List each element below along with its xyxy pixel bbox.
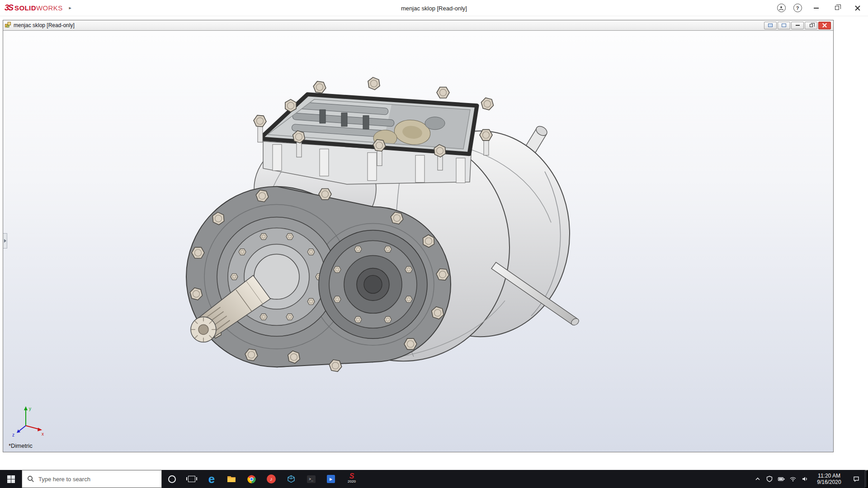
desktop: 3S SOLIDWORKS ▶ menjac sklop [Read-only]… bbox=[0, 0, 868, 488]
feature-panel-expand-handle[interactable] bbox=[3, 233, 7, 249]
brand-expand-icon[interactable]: ▶ bbox=[69, 6, 71, 10]
app-minimize-button[interactable] bbox=[806, 0, 826, 16]
3d-viewer-button[interactable] bbox=[281, 470, 301, 488]
battery-tray-button[interactable] bbox=[775, 470, 787, 488]
app-close-button[interactable] bbox=[847, 0, 868, 16]
doc-window-extra-button-2[interactable] bbox=[778, 22, 790, 29]
action-center-button[interactable] bbox=[848, 470, 865, 488]
document-titlebar: menjac sklop [Read-only] bbox=[3, 20, 833, 30]
gearbox-model bbox=[3, 31, 833, 452]
3d-viewport[interactable]: y x z *Dimetric bbox=[3, 30, 833, 452]
chrome-icon bbox=[247, 475, 256, 483]
triad-z-label: z bbox=[12, 432, 14, 437]
brand-works-text: WORKS bbox=[36, 4, 63, 12]
start-button[interactable] bbox=[0, 470, 22, 488]
windows-logo-icon bbox=[7, 475, 15, 483]
search-input[interactable] bbox=[38, 476, 156, 483]
show-desktop-button[interactable] bbox=[865, 470, 868, 488]
chevron-up-icon bbox=[754, 475, 761, 483]
doc-close-button[interactable] bbox=[818, 22, 831, 29]
volume-tray-button[interactable] bbox=[799, 470, 811, 488]
search-icon bbox=[27, 475, 34, 483]
notification-icon bbox=[853, 475, 860, 483]
solidworks-year-label: 2020 bbox=[348, 479, 356, 484]
app-window-controls: ? bbox=[773, 0, 868, 16]
terminal-icon: >_ bbox=[307, 475, 316, 483]
document-window: menjac sklop [Read-only] bbox=[3, 20, 834, 452]
play-icon: ▶ bbox=[327, 475, 335, 483]
close-icon bbox=[855, 5, 860, 11]
help-icon: ? bbox=[793, 4, 802, 12]
orientation-triad: y x z bbox=[10, 402, 47, 438]
chevron-right-icon bbox=[4, 239, 6, 243]
taskbar-clock[interactable]: 11:20 AM 9/16/2020 bbox=[811, 473, 848, 485]
hidden-icons-button[interactable] bbox=[752, 470, 764, 488]
shield-icon bbox=[766, 475, 773, 483]
file-explorer-icon bbox=[226, 475, 236, 483]
brand-solid-text: SOLID bbox=[14, 4, 36, 12]
file-explorer-button[interactable] bbox=[222, 470, 241, 488]
triad-y-label: y bbox=[29, 406, 31, 411]
document-window-controls bbox=[764, 22, 832, 29]
taskbar-search[interactable] bbox=[22, 470, 162, 488]
clock-time: 11:20 AM bbox=[811, 473, 848, 479]
user-icon bbox=[777, 4, 786, 12]
network-tray-button[interactable] bbox=[787, 470, 799, 488]
security-tray-button[interactable] bbox=[764, 470, 775, 488]
app-restore-button[interactable] bbox=[826, 0, 847, 16]
music-note-icon: ♪ bbox=[267, 474, 276, 483]
terminal-button[interactable]: >_ bbox=[301, 470, 321, 488]
app-titlebar: 3S SOLIDWORKS ▶ menjac sklop [Read-only]… bbox=[0, 0, 868, 16]
solidworks-s-glyph: S bbox=[349, 474, 354, 479]
chrome-button[interactable] bbox=[241, 470, 261, 488]
movies-app-button[interactable]: ▶ bbox=[321, 470, 341, 488]
solidworks-logo: 3S SOLIDWORKS ▶ bbox=[0, 3, 71, 13]
clock-date: 9/16/2020 bbox=[811, 479, 848, 485]
task-view-button[interactable] bbox=[182, 470, 202, 488]
solidworks-logo-icon: 3S bbox=[5, 3, 13, 13]
music-app-button[interactable]: ♪ bbox=[261, 470, 281, 488]
doc-minimize-button[interactable] bbox=[791, 22, 804, 29]
edge-icon: e bbox=[208, 473, 215, 485]
speaker-icon bbox=[801, 475, 808, 483]
cube-icon bbox=[287, 475, 295, 483]
minimize-icon bbox=[814, 8, 819, 9]
assembly-document-icon bbox=[5, 21, 11, 30]
doc-window-extra-button-1[interactable] bbox=[764, 22, 777, 29]
cortana-icon bbox=[168, 475, 176, 483]
solidworks-taskbar-button[interactable]: S 2020 bbox=[341, 470, 363, 488]
doc-restore-button[interactable] bbox=[805, 22, 817, 29]
view-orientation-label: *Dimetric bbox=[9, 442, 33, 449]
minimize-icon bbox=[796, 25, 800, 26]
triad-x-label: x bbox=[42, 432, 44, 436]
output-hub-cover bbox=[319, 230, 427, 339]
battery-icon bbox=[778, 475, 785, 483]
restore-icon bbox=[835, 6, 839, 10]
taskbar: e ♪ >_ ▶ S 2020 bbox=[0, 470, 868, 488]
edge-button[interactable]: e bbox=[202, 470, 222, 488]
close-icon bbox=[822, 23, 827, 28]
window-icon bbox=[768, 23, 773, 27]
window-icon bbox=[782, 23, 786, 27]
account-button[interactable] bbox=[773, 0, 789, 16]
app-title: menjac sklop [Read-only] bbox=[401, 0, 467, 16]
restore-icon bbox=[810, 24, 813, 27]
wifi-icon bbox=[789, 475, 797, 483]
cortana-button[interactable] bbox=[162, 470, 182, 488]
help-button[interactable]: ? bbox=[789, 0, 806, 16]
system-tray: 11:20 AM 9/16/2020 bbox=[752, 470, 868, 488]
solidworks-icon: S 2020 bbox=[348, 474, 356, 484]
task-view-icon bbox=[188, 476, 195, 482]
document-title: menjac sklop [Read-only] bbox=[14, 22, 75, 28]
